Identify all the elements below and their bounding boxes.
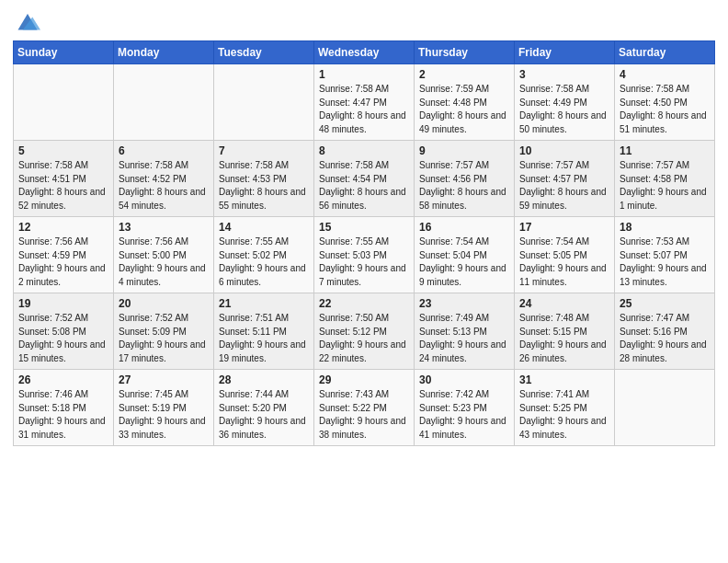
day-number: 25 (620, 297, 710, 310)
day-number: 23 (419, 297, 509, 310)
day-number: 14 (219, 221, 309, 234)
calendar-cell: 8Sunrise: 7:58 AMSunset: 4:54 PMDaylight… (314, 141, 415, 217)
day-info: Sunrise: 7:51 AMSunset: 5:11 PMDaylight:… (219, 312, 309, 365)
weekday-header-sunday: Sunday (14, 41, 114, 64)
day-number: 11 (620, 144, 710, 157)
day-number: 17 (519, 221, 609, 234)
day-info: Sunrise: 7:52 AMSunset: 5:09 PMDaylight:… (119, 312, 209, 365)
logo (13, 9, 40, 33)
day-number: 28 (219, 373, 309, 386)
day-info: Sunrise: 7:47 AMSunset: 5:16 PMDaylight:… (620, 312, 710, 365)
day-info: Sunrise: 7:56 AMSunset: 5:00 PMDaylight:… (119, 236, 209, 289)
calendar-cell: 11Sunrise: 7:57 AMSunset: 4:58 PMDayligh… (615, 141, 715, 217)
calendar-cell (114, 64, 214, 141)
calendar-week-3: 19Sunrise: 7:52 AMSunset: 5:08 PMDayligh… (14, 293, 715, 370)
day-number: 5 (18, 144, 108, 157)
day-info: Sunrise: 7:58 AMSunset: 4:51 PMDaylight:… (18, 159, 108, 213)
calendar-cell: 25Sunrise: 7:47 AMSunset: 5:16 PMDayligh… (615, 293, 715, 370)
calendar-cell: 19Sunrise: 7:52 AMSunset: 5:08 PMDayligh… (14, 293, 114, 370)
calendar-cell: 1Sunrise: 7:58 AMSunset: 4:47 PMDaylight… (314, 64, 415, 141)
day-number: 10 (519, 144, 609, 157)
weekday-header-row: SundayMondayTuesdayWednesdayThursdayFrid… (14, 41, 715, 64)
day-number: 31 (519, 373, 609, 386)
day-info: Sunrise: 7:56 AMSunset: 4:59 PMDaylight:… (18, 236, 108, 289)
day-info: Sunrise: 7:58 AMSunset: 4:52 PMDaylight:… (119, 159, 209, 213)
calendar-cell: 23Sunrise: 7:49 AMSunset: 5:13 PMDayligh… (415, 293, 515, 370)
day-info: Sunrise: 7:45 AMSunset: 5:19 PMDaylight:… (119, 388, 209, 442)
calendar-cell: 26Sunrise: 7:46 AMSunset: 5:18 PMDayligh… (14, 370, 114, 446)
calendar-cell: 21Sunrise: 7:51 AMSunset: 5:11 PMDayligh… (214, 293, 314, 370)
day-info: Sunrise: 7:59 AMSunset: 4:48 PMDaylight:… (419, 83, 509, 136)
calendar-week-2: 12Sunrise: 7:56 AMSunset: 4:59 PMDayligh… (14, 217, 715, 293)
day-number: 30 (419, 373, 509, 386)
page: SundayMondayTuesdayWednesdayThursdayFrid… (0, 0, 728, 563)
day-number: 27 (119, 373, 209, 386)
day-info: Sunrise: 7:42 AMSunset: 5:23 PMDaylight:… (419, 388, 509, 442)
calendar-cell: 30Sunrise: 7:42 AMSunset: 5:23 PMDayligh… (415, 370, 515, 446)
day-info: Sunrise: 7:53 AMSunset: 5:07 PMDaylight:… (620, 236, 710, 289)
day-number: 6 (119, 144, 209, 157)
day-info: Sunrise: 7:58 AMSunset: 4:54 PMDaylight:… (319, 159, 409, 213)
day-number: 26 (18, 373, 108, 386)
weekday-header-friday: Friday (515, 41, 615, 64)
day-number: 2 (419, 68, 509, 81)
calendar-cell: 4Sunrise: 7:58 AMSunset: 4:50 PMDaylight… (615, 64, 715, 141)
day-info: Sunrise: 7:58 AMSunset: 4:47 PMDaylight:… (319, 83, 409, 136)
day-info: Sunrise: 7:41 AMSunset: 5:25 PMDaylight:… (519, 388, 609, 442)
calendar-cell: 16Sunrise: 7:54 AMSunset: 5:04 PMDayligh… (415, 217, 515, 293)
calendar-table: SundayMondayTuesdayWednesdayThursdayFrid… (13, 40, 715, 446)
calendar-cell: 15Sunrise: 7:55 AMSunset: 5:03 PMDayligh… (314, 217, 415, 293)
day-number: 1 (319, 68, 409, 81)
day-number: 20 (119, 297, 209, 310)
day-info: Sunrise: 7:49 AMSunset: 5:13 PMDaylight:… (419, 312, 509, 365)
day-info: Sunrise: 7:58 AMSunset: 4:49 PMDaylight:… (519, 83, 609, 136)
day-number: 22 (319, 297, 409, 310)
calendar-cell: 29Sunrise: 7:43 AMSunset: 5:22 PMDayligh… (314, 370, 415, 446)
day-number: 9 (419, 144, 509, 157)
calendar-cell: 20Sunrise: 7:52 AMSunset: 5:09 PMDayligh… (114, 293, 214, 370)
calendar-cell: 13Sunrise: 7:56 AMSunset: 5:00 PMDayligh… (114, 217, 214, 293)
calendar-cell: 17Sunrise: 7:54 AMSunset: 5:05 PMDayligh… (515, 217, 615, 293)
calendar-cell: 7Sunrise: 7:58 AMSunset: 4:53 PMDaylight… (214, 141, 314, 217)
day-number: 29 (319, 373, 409, 386)
calendar-cell: 14Sunrise: 7:55 AMSunset: 5:02 PMDayligh… (214, 217, 314, 293)
day-info: Sunrise: 7:43 AMSunset: 5:22 PMDaylight:… (319, 388, 409, 442)
calendar-cell: 2Sunrise: 7:59 AMSunset: 4:48 PMDaylight… (415, 64, 515, 141)
calendar-body: 1Sunrise: 7:58 AMSunset: 4:47 PMDaylight… (14, 64, 715, 446)
day-number: 8 (319, 144, 409, 157)
day-info: Sunrise: 7:52 AMSunset: 5:08 PMDaylight:… (18, 312, 108, 365)
day-info: Sunrise: 7:57 AMSunset: 4:57 PMDaylight:… (519, 159, 609, 213)
calendar-cell: 22Sunrise: 7:50 AMSunset: 5:12 PMDayligh… (314, 293, 415, 370)
weekday-header-tuesday: Tuesday (214, 41, 314, 64)
calendar-cell: 10Sunrise: 7:57 AMSunset: 4:57 PMDayligh… (515, 141, 615, 217)
weekday-header-monday: Monday (114, 41, 214, 64)
day-number: 19 (18, 297, 108, 310)
day-number: 3 (519, 68, 609, 81)
day-info: Sunrise: 7:57 AMSunset: 4:58 PMDaylight:… (620, 159, 710, 213)
day-number: 21 (219, 297, 309, 310)
day-info: Sunrise: 7:44 AMSunset: 5:20 PMDaylight:… (219, 388, 309, 442)
day-number: 4 (620, 68, 710, 81)
day-number: 18 (620, 221, 710, 234)
day-info: Sunrise: 7:58 AMSunset: 4:53 PMDaylight:… (219, 159, 309, 213)
calendar-cell: 27Sunrise: 7:45 AMSunset: 5:19 PMDayligh… (114, 370, 214, 446)
calendar-cell: 12Sunrise: 7:56 AMSunset: 4:59 PMDayligh… (14, 217, 114, 293)
weekday-header-thursday: Thursday (415, 41, 515, 64)
day-number: 24 (519, 297, 609, 310)
calendar-cell: 24Sunrise: 7:48 AMSunset: 5:15 PMDayligh… (515, 293, 615, 370)
day-number: 7 (219, 144, 309, 157)
calendar-week-0: 1Sunrise: 7:58 AMSunset: 4:47 PMDaylight… (14, 64, 715, 141)
header (13, 9, 715, 33)
calendar-cell: 28Sunrise: 7:44 AMSunset: 5:20 PMDayligh… (214, 370, 314, 446)
calendar-week-4: 26Sunrise: 7:46 AMSunset: 5:18 PMDayligh… (14, 370, 715, 446)
day-info: Sunrise: 7:46 AMSunset: 5:18 PMDaylight:… (18, 388, 108, 442)
logo-icon (15, 7, 40, 33)
calendar-header: SundayMondayTuesdayWednesdayThursdayFrid… (14, 41, 715, 64)
calendar-cell: 3Sunrise: 7:58 AMSunset: 4:49 PMDaylight… (515, 64, 615, 141)
calendar-cell: 9Sunrise: 7:57 AMSunset: 4:56 PMDaylight… (415, 141, 515, 217)
day-info: Sunrise: 7:55 AMSunset: 5:03 PMDaylight:… (319, 236, 409, 289)
day-info: Sunrise: 7:55 AMSunset: 5:02 PMDaylight:… (219, 236, 309, 289)
day-info: Sunrise: 7:50 AMSunset: 5:12 PMDaylight:… (319, 312, 409, 365)
weekday-header-wednesday: Wednesday (314, 41, 415, 64)
calendar-cell: 6Sunrise: 7:58 AMSunset: 4:52 PMDaylight… (114, 141, 214, 217)
